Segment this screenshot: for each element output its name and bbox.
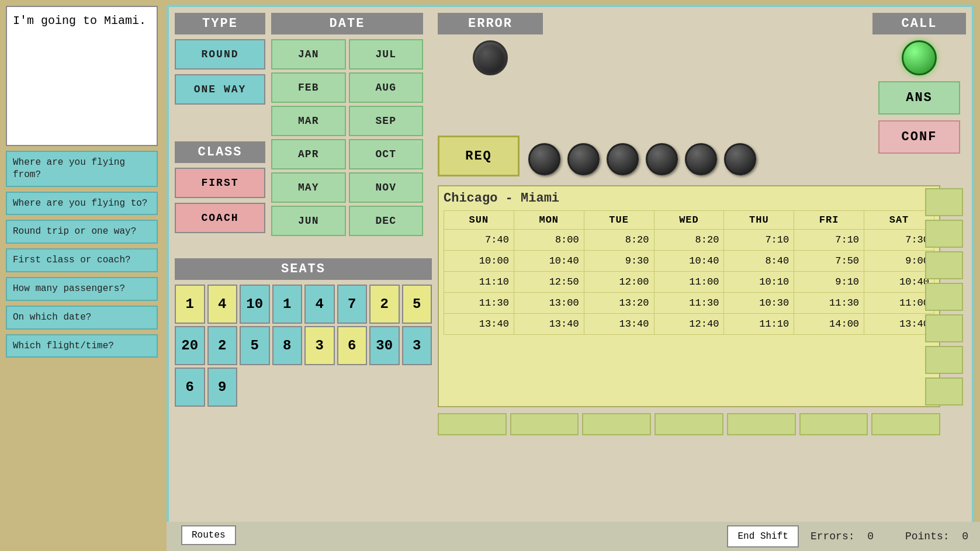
flight-cell-r1-c5[interactable]: 7:50	[794, 251, 864, 272]
right-btn-6[interactable]	[925, 346, 963, 374]
seat-4b[interactable]: 4	[304, 285, 335, 324]
seat-1b[interactable]: 1	[272, 285, 303, 324]
left-panel: I'm going to Miami. Where are you flying…	[0, 0, 164, 551]
flight-cell-r1-c6[interactable]: 9:00	[864, 251, 934, 272]
month-jul[interactable]: JUL	[349, 39, 424, 70]
prompt-btn-4[interactable]: How many passengers?	[6, 277, 158, 301]
flight-cell-r4-c5[interactable]: 14:00	[794, 314, 864, 335]
seat-6b[interactable]: 6	[175, 368, 205, 407]
bottom-btn-7[interactable]	[871, 413, 940, 435]
bottom-btn-3[interactable]	[582, 413, 651, 435]
flight-cell-r3-c2[interactable]: 13:20	[584, 293, 654, 314]
right-btn-7[interactable]	[925, 377, 963, 406]
prompt-btn-1[interactable]: Where are you flying to?	[6, 192, 158, 216]
flight-cell-r1-c2[interactable]: 9:30	[584, 251, 654, 272]
month-feb[interactable]: FEB	[271, 72, 346, 103]
month-jan[interactable]: JAN	[271, 39, 346, 70]
seat-8[interactable]: 8	[272, 326, 303, 365]
flight-cell-r2-c2[interactable]: 12:00	[584, 272, 654, 293]
flight-cell-r3-c3[interactable]: 11:30	[654, 293, 724, 314]
flight-cell-r0-c3[interactable]: 8:20	[654, 230, 724, 251]
col-sun: SUN	[444, 211, 514, 230]
bottom-btn-6[interactable]	[799, 413, 868, 435]
seat-3[interactable]: 3	[304, 326, 335, 365]
month-sep[interactable]: SEP	[349, 106, 424, 136]
flight-cell-r3-c0[interactable]: 11:30	[444, 293, 514, 314]
flight-cell-r2-c4[interactable]: 10:10	[724, 272, 794, 293]
flight-cell-r4-c2[interactable]: 13:40	[584, 314, 654, 335]
month-oct[interactable]: OCT	[349, 139, 424, 169]
errors-label: Errors:	[811, 531, 855, 542]
prompt-btn-6[interactable]: Which flight/time?	[6, 334, 158, 358]
bottom-btn-4[interactable]	[655, 413, 723, 435]
end-shift-button[interactable]: End Shift	[727, 525, 798, 547]
flight-cell-r0-c1[interactable]: 8:00	[514, 230, 584, 251]
bottom-btn-2[interactable]	[510, 413, 579, 435]
right-btn-1[interactable]	[925, 188, 963, 216]
prompt-btn-3[interactable]: First class or coach?	[6, 248, 158, 272]
seat-5b[interactable]: 5	[240, 326, 270, 365]
bottom-btn-1[interactable]	[438, 413, 507, 435]
flight-cell-r3-c4[interactable]: 10:30	[724, 293, 794, 314]
flight-cell-r4-c3[interactable]: 12:40	[654, 314, 724, 335]
flight-cell-r1-c3[interactable]: 10:40	[654, 251, 724, 272]
seat-3b[interactable]: 3	[402, 326, 432, 365]
seat-7[interactable]: 7	[337, 285, 368, 324]
one-way-btn[interactable]: ONE WAY	[175, 74, 265, 105]
prompt-btn-5[interactable]: On which date?	[6, 306, 158, 330]
conf-button[interactable]: CONF	[878, 120, 960, 154]
flight-cell-r1-c1[interactable]: 10:40	[514, 251, 584, 272]
first-class-btn[interactable]: FIRST	[175, 168, 265, 198]
flight-cell-r3-c1[interactable]: 13:00	[514, 293, 584, 314]
flight-cell-r0-c4[interactable]: 7:10	[724, 230, 794, 251]
right-btn-3[interactable]	[925, 251, 963, 279]
month-may[interactable]: MAY	[271, 172, 346, 203]
seat-20[interactable]: 20	[175, 326, 205, 365]
flight-cell-r2-c5[interactable]: 9:10	[794, 272, 864, 293]
seat-6[interactable]: 6	[337, 326, 368, 365]
flight-cell-r4-c4[interactable]: 11:10	[724, 314, 794, 335]
flight-cell-r2-c3[interactable]: 11:00	[654, 272, 724, 293]
flight-cell-r2-c1[interactable]: 12:50	[514, 272, 584, 293]
right-btn-2[interactable]	[925, 220, 963, 248]
seat-9[interactable]: 9	[207, 368, 238, 407]
right-btn-4[interactable]	[925, 283, 963, 311]
month-apr[interactable]: APR	[271, 139, 346, 169]
coach-btn[interactable]: COACH	[175, 203, 265, 233]
flight-cell-r1-c0[interactable]: 10:00	[444, 251, 514, 272]
flight-cell-r4-c6[interactable]: 13:40	[864, 314, 934, 335]
flight-cell-r3-c5[interactable]: 11:30	[794, 293, 864, 314]
month-mar[interactable]: MAR	[271, 106, 346, 136]
seat-2[interactable]: 2	[369, 285, 400, 324]
bottom-btn-5[interactable]	[727, 413, 796, 435]
flight-cell-r0-c6[interactable]: 7:30	[864, 230, 934, 251]
knob-6	[724, 143, 756, 175]
routes-button[interactable]: Routes	[181, 525, 236, 545]
error-header: ERROR	[438, 13, 543, 34]
flight-cell-r3-c6[interactable]: 11:00	[864, 293, 934, 314]
flight-cell-r0-c5[interactable]: 7:10	[794, 230, 864, 251]
prompt-btn-0[interactable]: Where are you flying from?	[6, 151, 158, 187]
month-dec[interactable]: DEC	[349, 206, 424, 236]
flight-cell-r4-c0[interactable]: 13:40	[444, 314, 514, 335]
seat-5[interactable]: 5	[402, 285, 432, 324]
req-button[interactable]: REQ	[438, 136, 520, 176]
flight-cell-r2-c6[interactable]: 10:40	[864, 272, 934, 293]
flight-cell-r2-c0[interactable]: 11:10	[444, 272, 514, 293]
month-nov[interactable]: NOV	[349, 172, 424, 203]
seat-10[interactable]: 10	[240, 285, 270, 324]
month-aug[interactable]: AUG	[349, 72, 424, 103]
flight-cell-r0-c2[interactable]: 8:20	[584, 230, 654, 251]
flight-cell-r4-c1[interactable]: 13:40	[514, 314, 584, 335]
seat-30[interactable]: 30	[369, 326, 400, 365]
seat-4[interactable]: 4	[207, 285, 238, 324]
flight-cell-r1-c4[interactable]: 8:40	[724, 251, 794, 272]
seat-1[interactable]: 1	[175, 285, 205, 324]
month-jun[interactable]: JUN	[271, 206, 346, 236]
right-btn-5[interactable]	[925, 314, 963, 342]
prompt-btn-2[interactable]: Round trip or one way?	[6, 220, 158, 244]
round-trip-btn[interactable]: ROUND	[175, 39, 265, 70]
seat-2b[interactable]: 2	[207, 326, 238, 365]
flight-cell-r0-c0[interactable]: 7:40	[444, 230, 514, 251]
ans-button[interactable]: ANS	[878, 81, 960, 115]
